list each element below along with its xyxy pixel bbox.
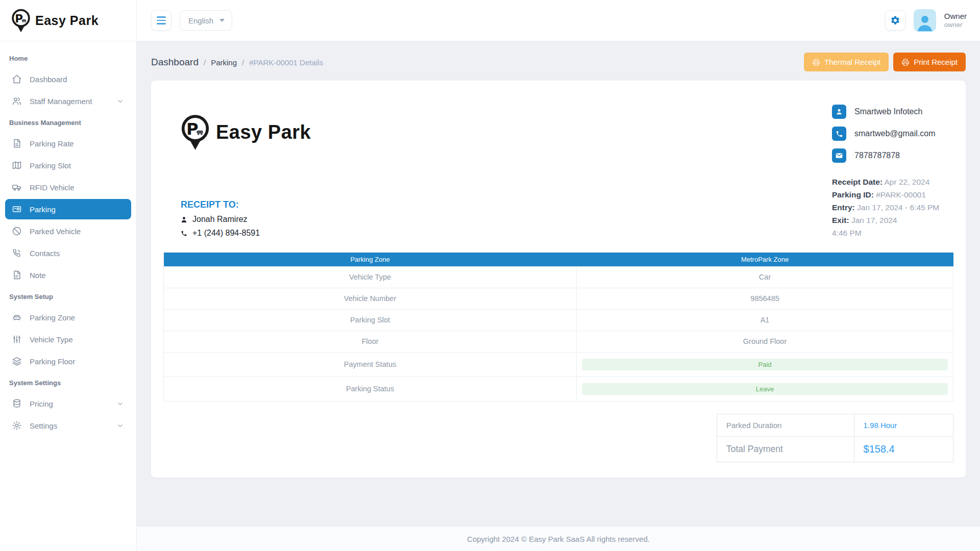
topbar: English Owner owner — [137, 0, 980, 41]
person-icon — [181, 216, 187, 223]
sidebar-item-label: Note — [30, 271, 46, 280]
print-receipt-button[interactable]: Print Receipt — [893, 53, 966, 71]
brand-pin-icon — [11, 9, 31, 33]
user-avatar[interactable] — [914, 9, 936, 32]
main-column: English Owner owner — [137, 0, 980, 551]
table-row: Parking Status Leave — [164, 377, 953, 401]
envelope-icon — [832, 148, 846, 163]
row-value: 9856485 — [577, 288, 953, 309]
sidebar-item-label: Parking Slot — [30, 161, 71, 170]
truck-icon — [12, 182, 22, 192]
file-icon — [12, 138, 22, 148]
parking-status-badge: Leave — [582, 383, 948, 395]
summary-value: $158.4 — [854, 436, 953, 462]
payment-summary-table: Parked Duration 1.98 Hour Total Payment … — [717, 414, 953, 462]
table-row: Payment Status Paid — [164, 352, 953, 377]
menu-toggle-button[interactable] — [151, 10, 172, 31]
user-role: owner — [944, 21, 967, 29]
footer: Copyright 2024 © Easy Park SaaS All righ… — [137, 526, 980, 551]
sidebar-item-label: Staff Management — [30, 97, 92, 106]
company-phone: 7878787878 — [854, 151, 900, 160]
meta-receipt-date: Receipt Date: Apr 22, 2024 — [832, 176, 953, 188]
sidebar-item-label: Parked Vehicle — [30, 227, 81, 236]
language-select[interactable]: English — [180, 10, 232, 31]
receipt-meta: Receipt Date: Apr 22, 2024 Parking ID: #… — [832, 176, 953, 239]
sidebar-logo[interactable]: Easy Park — [0, 0, 136, 41]
summary-label: Parked Duration — [717, 414, 854, 436]
caret-down-icon — [219, 19, 225, 22]
row-value: A1 — [577, 309, 953, 331]
printer-icon — [812, 58, 820, 66]
sidebar-nav: Home Dashboard Staff Management Business… — [0, 41, 136, 437]
topbar-right: Owner owner — [885, 9, 967, 32]
breadcrumb-dashboard[interactable]: Dashboard — [151, 57, 199, 68]
breadcrumb-parking[interactable]: Parking — [211, 58, 237, 67]
receipt-left: Easy Park RECEIPT TO: Jonah Ramirez — [181, 114, 311, 239]
brand-name: Easy Park — [216, 121, 311, 143]
meta-parking-id: Parking ID: #PARK-00001 — [832, 188, 953, 201]
sidebar-item-rfid-vehicle[interactable]: RFID Vehicle — [5, 177, 131, 197]
payment-status-cell: Paid — [577, 352, 953, 377]
thermal-receipt-button[interactable]: Thermal Receipt — [804, 53, 889, 71]
receipt-brand-logo: Easy Park — [181, 114, 311, 151]
section-business-management: Business Management — [0, 113, 136, 132]
summary-row: Parked Duration 1.98 Hour — [717, 414, 953, 436]
company-email-row: smartweb@gmail.com — [832, 127, 953, 141]
slash-circle-icon — [12, 226, 22, 236]
sidebar-item-label: Settings — [30, 421, 57, 430]
row-label: Vehicle Type — [164, 266, 577, 288]
sidebar-item-parked-vehicle[interactable]: Parked Vehicle — [5, 221, 131, 241]
sidebar-item-vehicle-type[interactable]: Vehicle Type — [5, 329, 131, 349]
settings-button[interactable] — [885, 10, 905, 31]
map-icon — [12, 160, 22, 170]
sidebar-item-label: Parking Floor — [30, 357, 75, 366]
row-value: Ground Floor — [577, 331, 953, 352]
section-system-settings: System Settings — [0, 373, 136, 392]
parking-card-icon — [12, 204, 22, 214]
chevron-down-icon — [116, 422, 124, 430]
phone-icon — [832, 127, 846, 141]
breadcrumb-current: #PARK-00001 Details — [249, 58, 323, 67]
section-system-setup: System Setup — [0, 287, 136, 306]
table-row: Vehicle Number 9856485 — [164, 288, 953, 309]
sidebar-item-note[interactable]: Note — [5, 265, 131, 285]
section-home: Home — [0, 48, 136, 67]
sidebar-item-label: Parking Zone — [30, 313, 75, 322]
sidebar-item-contacts[interactable]: Contacts — [5, 243, 131, 263]
sidebar-item-parking-zone[interactable]: Parking Zone — [5, 307, 131, 328]
meta-value: Apr 22, 2024 — [885, 178, 930, 186]
sidebar-item-parking[interactable]: Parking — [5, 199, 131, 219]
summary-row-total: Total Payment $158.4 — [717, 436, 953, 462]
sidebar-item-label: Parking Rate — [30, 139, 74, 148]
meta-label: Entry: — [832, 203, 855, 212]
sidebar-item-label: Pricing — [30, 399, 53, 408]
row-label: Floor — [164, 331, 577, 352]
row-label: Vehicle Number — [164, 288, 577, 309]
sidebar-item-parking-slot[interactable]: Parking Slot — [5, 155, 131, 176]
parking-details-table: Parking Zone MetroPark Zone Vehicle Type… — [163, 253, 953, 402]
sliders-icon — [12, 334, 22, 344]
row-label: Parking Slot — [164, 309, 577, 331]
sidebar-item-settings[interactable]: Settings — [5, 415, 131, 436]
table-header-row: Parking Zone MetroPark Zone — [164, 253, 953, 266]
customer-phone: +1 (244) 894-8591 — [192, 229, 260, 238]
brand-name: Easy Park — [35, 13, 99, 28]
sidebar-item-label: Vehicle Type — [30, 335, 73, 344]
summary-value: 1.98 Hour — [854, 414, 953, 436]
printer-icon — [901, 58, 910, 66]
thermal-receipt-label: Thermal Receipt — [824, 58, 880, 66]
chevron-down-icon — [116, 97, 124, 105]
header-zone-value: MetroPark Zone — [577, 253, 953, 266]
sidebar-item-dashboard[interactable]: Dashboard — [5, 69, 131, 89]
sidebar-item-parking-floor[interactable]: Parking Floor — [5, 351, 131, 371]
meta-value: Jan 17, 2024 - 6:45 PM — [857, 203, 939, 212]
breadcrumb-separator: / — [242, 58, 244, 67]
sidebar-item-pricing[interactable]: Pricing — [5, 393, 131, 414]
table-row: Vehicle Type Car — [164, 266, 953, 288]
company-email: smartweb@gmail.com — [854, 129, 936, 138]
sidebar-item-staff-management[interactable]: Staff Management — [5, 91, 131, 111]
database-icon — [12, 398, 22, 409]
phone-icon — [181, 230, 187, 237]
sidebar-item-parking-rate[interactable]: Parking Rate — [5, 133, 131, 154]
breadcrumb: Dashboard / Parking / #PARK-00001 Detail… — [151, 57, 323, 68]
